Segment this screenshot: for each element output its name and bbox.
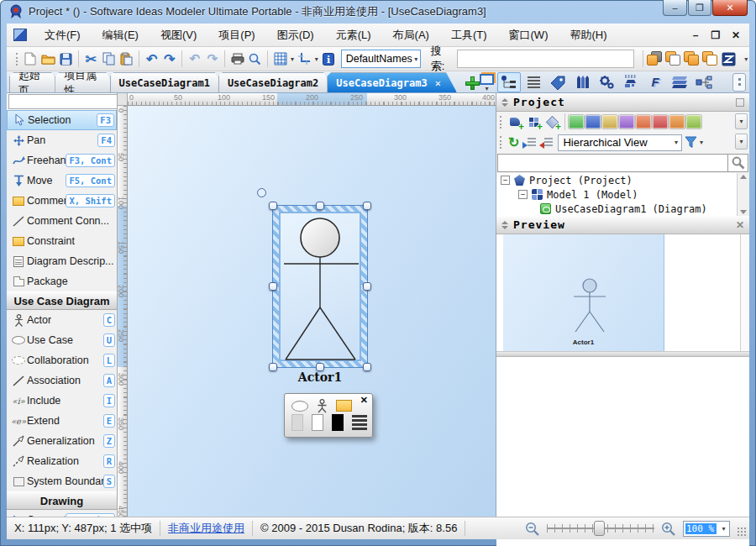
- tool-comment-connector[interactable]: Comment Conn...: [7, 211, 117, 231]
- tool-constraint[interactable]: Constraint: [7, 231, 117, 251]
- preview-panel-header[interactable]: Preview ✕: [496, 216, 749, 234]
- tree-node-diagram1[interactable]: UseCaseDiagram1 (Diagram): [496, 202, 749, 216]
- menu-edit[interactable]: 编辑(E): [92, 24, 150, 46]
- tree-node-model[interactable]: − Model 1 (Model): [496, 187, 749, 202]
- tool-comment[interactable]: Comment X, Shift: [7, 191, 117, 211]
- zoom-slider[interactable]: [547, 520, 654, 537]
- tab-start-page[interactable]: 起始页: [9, 72, 62, 92]
- actor-figure[interactable]: [273, 206, 367, 367]
- redo-button[interactable]: ↷: [160, 49, 178, 69]
- tool-move[interactable]: Move F5, Cont: [7, 171, 117, 191]
- component-diagram-type-icon[interactable]: [619, 115, 634, 129]
- panel-collapse-icon[interactable]: [501, 98, 508, 107]
- rotate-handle[interactable]: [257, 188, 266, 197]
- tree-node-project[interactable]: − Project (Project): [496, 173, 749, 187]
- resize-handle-n[interactable]: [316, 202, 324, 210]
- tab-usecasediagram3[interactable]: UseCaseDiagram3 ✕: [327, 72, 457, 92]
- new-button[interactable]: [22, 49, 39, 69]
- restore-button[interactable]: ❐: [688, 0, 711, 16]
- comment-shape-button[interactable]: [336, 400, 352, 412]
- project-search-input[interactable]: [497, 154, 728, 172]
- menu-layout[interactable]: 布局(A): [382, 24, 440, 46]
- mdi-close-button[interactable]: ✕: [726, 26, 746, 45]
- panel-pin-button[interactable]: [736, 98, 744, 107]
- snap-button[interactable]: [296, 49, 313, 69]
- save-button[interactable]: [57, 49, 75, 69]
- color-swatch-white[interactable]: [312, 414, 323, 431]
- panel-collapse-icon[interactable]: [501, 221, 508, 229]
- tool-association[interactable]: Association A: [7, 370, 117, 391]
- send-backward-button[interactable]: [701, 49, 720, 69]
- tool-extend[interactable]: «e» Extend E: [7, 411, 117, 431]
- menu-diagram[interactable]: 图示(D): [266, 24, 325, 46]
- filter-icon[interactable]: [685, 136, 697, 149]
- redo-history-button[interactable]: ↷: [203, 49, 221, 69]
- usecase-shape-button[interactable]: [291, 401, 308, 412]
- usecase-diagram-type-icon[interactable]: [569, 115, 584, 129]
- info-button[interactable]: i: [320, 49, 338, 69]
- tab-usecasediagram1[interactable]: UseCaseDiagram1: [110, 72, 226, 92]
- tool-actor[interactable]: Actor C: [7, 310, 117, 330]
- state-diagram-type-icon[interactable]: [653, 115, 668, 129]
- zoom-slider-thumb[interactable]: [594, 521, 605, 536]
- deployment-diagram-type-icon[interactable]: [636, 115, 651, 129]
- class-diagram-type-icon[interactable]: [585, 115, 601, 129]
- tool-package[interactable]: Package: [7, 271, 117, 291]
- tree-expander[interactable]: −: [518, 190, 528, 199]
- minimize-button[interactable]: –: [663, 0, 687, 16]
- resize-handle-ne[interactable]: [363, 202, 371, 210]
- cut-button[interactable]: ✂: [82, 49, 100, 69]
- bring-forward-button[interactable]: [683, 49, 701, 69]
- copy-button[interactable]: [100, 49, 118, 69]
- tree-expander[interactable]: −: [501, 176, 510, 185]
- color-swatch-gray[interactable]: [291, 414, 303, 431]
- grid-button[interactable]: [271, 49, 289, 69]
- undo-button[interactable]: ↶: [143, 49, 160, 69]
- close-button[interactable]: ✕: [712, 0, 748, 16]
- expand-all-button[interactable]: [522, 136, 537, 150]
- toolbar-search-input[interactable]: [457, 50, 634, 68]
- names-combobox-arrow[interactable]: ▾: [412, 55, 420, 63]
- preview-canvas[interactable]: Actor1: [503, 234, 664, 351]
- tool-selection[interactable]: Selection F3: [7, 110, 117, 130]
- toolbox-search-input[interactable]: [8, 94, 118, 109]
- resize-handle-nw[interactable]: [269, 202, 277, 210]
- snap-dropdown[interactable]: ▾: [313, 55, 320, 63]
- tool-freehand[interactable]: Freehand F3, Cont: [7, 150, 117, 171]
- tag-panel-tab[interactable]: [546, 72, 570, 92]
- style-panel-tab[interactable]: [570, 72, 594, 92]
- menu-tools[interactable]: 工具(T): [440, 24, 498, 46]
- refresh-icon[interactable]: ↻: [508, 134, 519, 150]
- menu-project[interactable]: 项目(P): [207, 24, 265, 46]
- mdi-minimize-button[interactable]: –: [685, 26, 706, 45]
- tool-collaboration[interactable]: Collaboration L: [7, 350, 117, 370]
- tool-generalization[interactable]: Generalization Z: [7, 431, 117, 451]
- menu-view[interactable]: 视图(V): [150, 24, 207, 46]
- actor-name-label[interactable]: Actor1: [273, 370, 367, 384]
- collapse-all-button[interactable]: [538, 136, 554, 150]
- tab-project-properties[interactable]: 项目属性: [55, 72, 117, 92]
- resize-grip[interactable]: [737, 527, 747, 537]
- names-combobox[interactable]: DefaultNames ▾: [341, 50, 421, 68]
- print-button[interactable]: [228, 49, 246, 69]
- menu-help[interactable]: 帮助(H): [559, 24, 617, 46]
- tab-usecasediagram2[interactable]: UseCaseDiagram2: [218, 72, 334, 92]
- actor-shape-button[interactable]: [317, 399, 328, 413]
- print-preview-button[interactable]: [246, 49, 264, 69]
- settings-panel-tab[interactable]: [595, 72, 618, 92]
- tool-connector[interactable]: Connector C, Shift: [7, 510, 117, 517]
- add-element-button[interactable]: +: [543, 113, 561, 130]
- send-to-back-button[interactable]: [664, 49, 683, 69]
- stamp-panel-tab[interactable]: [619, 72, 643, 92]
- diagram-canvas[interactable]: Actor1 ✕: [128, 106, 496, 517]
- bring-to-front-button[interactable]: [646, 49, 664, 69]
- tab-list-dropdown[interactable]: ▾: [483, 85, 491, 92]
- add-diagram-button[interactable]: +: [506, 113, 524, 130]
- project-panel-tab[interactable]: [497, 72, 521, 92]
- zoom-in-button[interactable]: [661, 522, 676, 536]
- mindmap-panel-tab[interactable]: [692, 72, 716, 92]
- drawing-section-header[interactable]: Drawing: [7, 491, 117, 510]
- tree-toolbar-overflow[interactable]: ▾: [735, 134, 748, 150]
- profile-diagram-type-icon[interactable]: [686, 115, 701, 129]
- package-diagram-type-icon[interactable]: [602, 115, 617, 129]
